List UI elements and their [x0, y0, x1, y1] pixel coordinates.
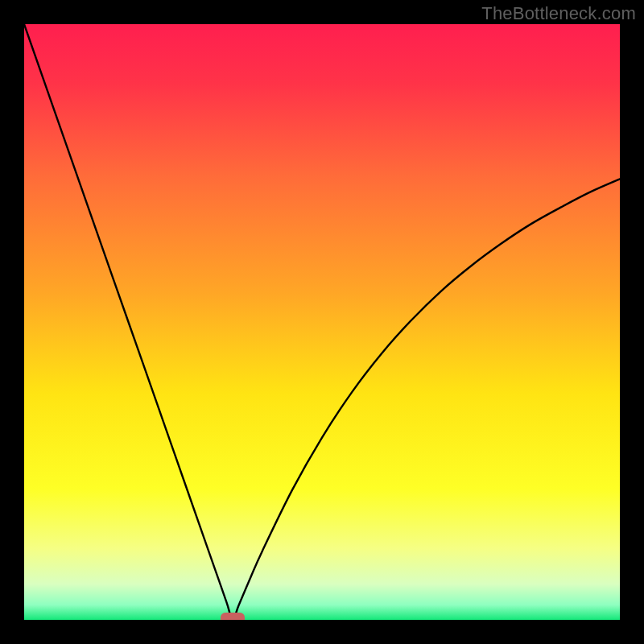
gradient-background [24, 24, 620, 620]
plot-area [24, 24, 620, 620]
watermark-text: TheBottleneck.com [481, 3, 636, 24]
chart-svg [24, 24, 620, 620]
optimal-marker [221, 613, 245, 620]
chart-frame: TheBottleneck.com [0, 0, 644, 644]
